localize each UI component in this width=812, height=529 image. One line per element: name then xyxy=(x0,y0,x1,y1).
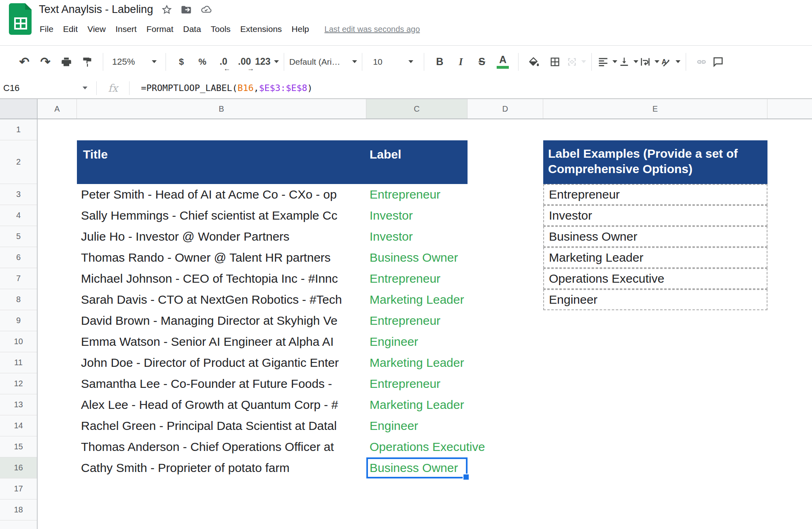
document-title[interactable]: Text Anaylsis - Labeling xyxy=(39,3,153,16)
row-header-6[interactable]: 6 xyxy=(0,247,37,268)
selected-cell-outline[interactable] xyxy=(366,457,468,478)
row-header-10[interactable]: 10 xyxy=(0,331,37,352)
fill-color-button[interactable] xyxy=(523,51,544,72)
row-header-7[interactable]: 7 xyxy=(0,268,37,289)
table-header-block[interactable] xyxy=(77,140,468,184)
cell-b10[interactable]: Emma Watson - Senior AI Engineer at Alph… xyxy=(77,331,366,352)
print-button[interactable] xyxy=(56,51,77,72)
sheet-grid[interactable]: Title Label Label Examples (Provide a se… xyxy=(38,119,812,529)
cell-b7[interactable]: Michael Johnson - CEO of Techtopia Inc -… xyxy=(77,268,366,289)
cell-b3[interactable]: Peter Smith - Head of AI at Acme Co - CX… xyxy=(77,184,366,205)
text-rotation-button[interactable]: A xyxy=(660,51,681,72)
cell-c8[interactable]: Marketing Leader xyxy=(366,289,536,310)
cell-e6[interactable]: Marketing Leader xyxy=(543,247,767,268)
cell-c14[interactable]: Engineer xyxy=(366,415,536,436)
column-header-d[interactable]: D xyxy=(468,99,543,118)
merge-cells-button[interactable] xyxy=(565,51,587,72)
row-header-17[interactable]: 17 xyxy=(0,478,37,499)
text-color-button[interactable]: A xyxy=(492,51,513,72)
column-header-f[interactable] xyxy=(767,99,812,118)
table-header-label[interactable]: Label xyxy=(370,147,401,162)
formula-input[interactable]: =PROMPTLOOP_LABEL(B16,$E$3:$E$8) xyxy=(130,83,312,93)
cell-c7[interactable]: Entrepreneur xyxy=(366,268,536,289)
menu-file[interactable]: File xyxy=(35,23,58,36)
examples-header-block[interactable]: Label Examples (Provide a set of Compreh… xyxy=(543,140,767,184)
insert-comment-button[interactable] xyxy=(712,51,724,72)
menu-data[interactable]: Data xyxy=(178,23,206,36)
vertical-align-button[interactable] xyxy=(618,51,639,72)
row-header-11[interactable]: 11 xyxy=(0,352,37,373)
column-header-e[interactable]: E xyxy=(543,99,767,118)
row-header-8[interactable]: 8 xyxy=(0,289,37,310)
row-header-2[interactable]: 2 xyxy=(0,140,37,184)
cell-b9[interactable]: David Brown - Managing Director at Skyhi… xyxy=(77,310,366,331)
paint-format-button[interactable] xyxy=(77,51,98,72)
increase-decimal-button[interactable]: .00→ xyxy=(234,51,255,72)
cell-c15[interactable]: Operations Executive xyxy=(366,436,536,457)
insert-link-button[interactable] xyxy=(691,51,712,72)
cell-b12[interactable]: Samantha Lee - Co-Founder at Future Food… xyxy=(77,373,366,394)
row-header-9[interactable]: 9 xyxy=(0,310,37,331)
select-all-button[interactable] xyxy=(0,99,38,118)
cell-b4[interactable]: Sally Hemmings - Chief scientist at Exam… xyxy=(77,205,366,226)
font-size-select[interactable]: 10 xyxy=(367,51,419,72)
cell-b15[interactable]: Thomas Anderson - Chief Operations Offic… xyxy=(77,436,366,457)
cell-b14[interactable]: Rachel Green - Principal Data Scientist … xyxy=(77,415,366,436)
decrease-decimal-button[interactable]: .0← xyxy=(213,51,234,72)
cell-b5[interactable]: Julie Ho - Investor @ Wonder Partners xyxy=(77,226,366,247)
menu-view[interactable]: View xyxy=(83,23,111,36)
last-edit-link[interactable]: Last edit was seconds ago xyxy=(325,25,420,34)
zoom-select[interactable]: 125% xyxy=(108,51,161,72)
row-header-1[interactable]: 1 xyxy=(0,119,37,140)
column-header-c[interactable]: C xyxy=(366,99,468,118)
cell-b16[interactable]: Cathy Smith - Proprieter of potato farm xyxy=(77,457,366,478)
cell-b13[interactable]: Alex Lee - Head of Growth at Quantum Cor… xyxy=(77,394,366,415)
column-header-a[interactable]: A xyxy=(38,99,77,118)
cloud-check-icon[interactable] xyxy=(200,4,212,15)
table-header-title[interactable]: Title xyxy=(83,147,108,162)
menu-insert[interactable]: Insert xyxy=(111,23,142,36)
cell-c12[interactable]: Entrepreneur xyxy=(366,373,536,394)
cell-c3[interactable]: Entrepreneur xyxy=(366,184,536,205)
menu-help[interactable]: Help xyxy=(287,23,314,36)
row-header-16[interactable]: 16 xyxy=(0,457,37,478)
cell-e3[interactable]: Entrepreneur xyxy=(543,184,767,205)
text-wrap-button[interactable] xyxy=(639,51,660,72)
cell-b8[interactable]: Sarah Davis - CTO at NextGen Robotics - … xyxy=(77,289,366,310)
cell-e4[interactable]: Investor xyxy=(543,205,767,226)
move-folder-icon[interactable] xyxy=(181,4,192,15)
row-header-18[interactable]: 18 xyxy=(0,499,37,521)
cell-c4[interactable]: Investor xyxy=(366,205,536,226)
cell-c5[interactable]: Investor xyxy=(366,226,536,247)
font-select[interactable]: Default (Ari… xyxy=(289,51,357,72)
currency-button[interactable]: $ xyxy=(171,51,192,72)
row-header-4[interactable]: 4 xyxy=(0,205,37,226)
cell-b6[interactable]: Thomas Rando - Owner @ Talent HR partner… xyxy=(77,247,366,268)
horizontal-align-button[interactable] xyxy=(597,51,618,72)
undo-button[interactable]: ↶ xyxy=(14,51,35,72)
menu-extensions[interactable]: Extensions xyxy=(236,23,287,36)
italic-button[interactable]: I xyxy=(450,51,471,72)
row-header-19-partial[interactable] xyxy=(0,521,37,529)
row-header-14[interactable]: 14 xyxy=(0,415,37,436)
row-header-12[interactable]: 12 xyxy=(0,373,37,394)
cell-c6[interactable]: Business Owner xyxy=(366,247,536,268)
fill-handle[interactable] xyxy=(463,474,470,480)
cell-e5[interactable]: Business Owner xyxy=(543,226,767,247)
menu-format[interactable]: Format xyxy=(142,23,179,36)
cell-c10[interactable]: Engineer xyxy=(366,331,536,352)
redo-button[interactable]: ↷ xyxy=(35,51,56,72)
bold-button[interactable]: B xyxy=(429,51,450,72)
menu-tools[interactable]: Tools xyxy=(206,23,236,36)
cell-c13[interactable]: Marketing Leader xyxy=(366,394,536,415)
cell-e7[interactable]: Operations Executive xyxy=(543,268,767,289)
menu-edit[interactable]: Edit xyxy=(58,23,83,36)
cell-e8[interactable]: Engineer xyxy=(543,289,767,310)
number-format-button[interactable]: 123 xyxy=(255,51,279,72)
row-header-13[interactable]: 13 xyxy=(0,394,37,415)
row-header-3[interactable]: 3 xyxy=(0,184,37,205)
cell-c9[interactable]: Entrepreneur xyxy=(366,310,536,331)
star-icon[interactable] xyxy=(161,4,172,15)
cell-c11[interactable]: Marketing Leader xyxy=(366,352,536,373)
column-header-b[interactable]: B xyxy=(77,99,366,118)
